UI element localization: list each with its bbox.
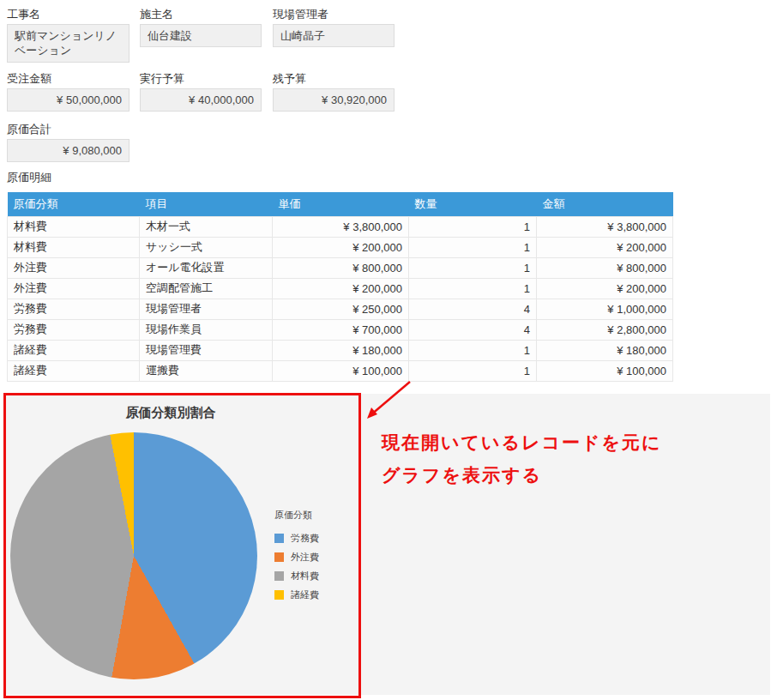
legend-item: 材料費 — [274, 570, 360, 582]
field-label: 原価合計 — [7, 122, 130, 136]
legend-item: 労務費 — [274, 532, 360, 545]
page: 工事名 駅前マンションリノベーション 施主名 仙台建設 現場管理者 山崎晶子 受… — [0, 0, 771, 700]
legend-item: 外注費 — [274, 551, 360, 564]
field-remaining-budget: 残予算 ¥ 30,920,000 — [273, 71, 395, 112]
annotation-note: 現在開いているレコードを元に グラフを表示する — [382, 426, 742, 492]
cell-unit-price: ¥ 3,800,000 — [273, 216, 409, 237]
total-cost-input[interactable]: ¥ 9,080,000 — [7, 139, 130, 162]
cell-item: 現場管理費 — [140, 340, 273, 360]
cell-amount: ¥ 200,000 — [537, 237, 673, 257]
table-row: 諸経費 運搬費 ¥ 100,000 1 ¥ 100,000 — [8, 360, 673, 381]
table-row: 諸経費 現場管理費 ¥ 180,000 1 ¥ 180,000 — [8, 340, 673, 360]
header-quantity: 数量 — [409, 192, 537, 216]
cell-unit-price: ¥ 200,000 — [273, 278, 409, 299]
cell-cost-category: 諸経費 — [8, 360, 140, 381]
legend-title: 原価分類 — [274, 509, 360, 522]
cell-item: 空調配管施工 — [140, 278, 273, 299]
legend-color-swatch — [274, 552, 284, 562]
cell-cost-category: 材料費 — [8, 216, 140, 237]
legend-label: 外注費 — [291, 551, 319, 564]
cell-quantity: 4 — [409, 299, 537, 319]
cell-quantity: 1 — [409, 360, 537, 381]
cell-amount: ¥ 2,800,000 — [537, 319, 673, 340]
field-construction-name: 工事名 駅前マンションリノベーション — [7, 7, 130, 63]
cell-item: 運搬費 — [140, 360, 273, 381]
legend-item: 諸経費 — [274, 588, 360, 601]
cell-quantity: 1 — [409, 237, 537, 257]
cell-unit-price: ¥ 200,000 — [273, 237, 409, 257]
table-row: 外注費 空調配管施工 ¥ 200,000 1 ¥ 200,000 — [8, 278, 673, 299]
header-amount: 金額 — [537, 192, 673, 216]
pie-chart-title: 原価分類別割合 — [3, 405, 338, 421]
field-label: 残予算 — [273, 71, 395, 85]
legend-label: 諸経費 — [291, 588, 319, 601]
cell-unit-price: ¥ 250,000 — [273, 299, 409, 319]
legend-label: 労務費 — [291, 532, 319, 545]
cell-quantity: 1 — [409, 257, 537, 278]
field-label: 実行予算 — [140, 71, 262, 85]
construction-name-input[interactable]: 駅前マンションリノベーション — [7, 24, 130, 63]
client-name-input[interactable]: 仙台建設 — [140, 24, 262, 47]
table-row: 労務費 現場作業員 ¥ 700,000 4 ¥ 2,800,000 — [8, 319, 673, 340]
table-header-row: 原価分類 項目 単価 数量 金額 — [8, 192, 673, 216]
field-label: 受注金額 — [7, 71, 130, 85]
order-amount-input[interactable]: ¥ 50,000,000 — [7, 88, 130, 112]
site-manager-input[interactable]: 山崎晶子 — [273, 24, 395, 47]
cell-item: 現場作業員 — [140, 319, 273, 340]
field-label: 工事名 — [7, 7, 130, 21]
annotation-line-2: グラフを表示する — [382, 459, 742, 492]
header-unit-price: 単価 — [273, 192, 409, 216]
field-site-manager: 現場管理者 山崎晶子 — [273, 7, 395, 47]
table-row: 外注費 オール電化設置 ¥ 800,000 1 ¥ 800,000 — [8, 257, 673, 278]
annotation-line-1: 現在開いているレコードを元に — [382, 426, 742, 459]
legend-color-swatch — [274, 534, 284, 543]
cell-amount: ¥ 100,000 — [537, 360, 673, 381]
cell-item: サッシ一式 — [140, 237, 273, 257]
field-client-name: 施主名 仙台建設 — [140, 7, 262, 47]
field-total-cost: 原価合計 ¥ 9,080,000 — [7, 122, 130, 162]
field-order-amount: 受注金額 ¥ 50,000,000 — [7, 71, 130, 112]
remaining-budget-input[interactable]: ¥ 30,920,000 — [273, 88, 395, 112]
cell-unit-price: ¥ 700,000 — [273, 319, 409, 340]
cell-amount: ¥ 200,000 — [537, 278, 673, 299]
table-row: 材料費 サッシ一式 ¥ 200,000 1 ¥ 200,000 — [8, 237, 673, 257]
cell-cost-category: 外注費 — [8, 257, 140, 278]
cell-amount: ¥ 800,000 — [537, 257, 673, 278]
cell-unit-price: ¥ 180,000 — [273, 340, 409, 360]
cell-cost-category: 諸経費 — [8, 340, 140, 360]
cell-item: 木材一式 — [140, 216, 273, 237]
legend-color-swatch — [274, 590, 284, 600]
field-label: 現場管理者 — [273, 7, 395, 21]
cell-item: オール電化設置 — [140, 257, 273, 278]
legend-label: 材料費 — [291, 570, 319, 582]
execution-budget-input[interactable]: ¥ 40,000,000 — [140, 88, 262, 112]
table-row: 材料費 木材一式 ¥ 3,800,000 1 ¥ 3,800,000 — [8, 216, 673, 237]
cell-amount: ¥ 3,800,000 — [537, 216, 673, 237]
cell-quantity: 1 — [409, 216, 537, 237]
cell-cost-category: 外注費 — [8, 278, 140, 299]
cell-cost-category: 労務費 — [8, 319, 140, 340]
cell-item: 現場管理者 — [140, 299, 273, 319]
cost-detail-section-label: 原価明細 — [7, 170, 51, 185]
cell-quantity: 1 — [409, 340, 537, 360]
header-item: 項目 — [140, 192, 273, 216]
legend-color-swatch — [274, 571, 284, 581]
cell-quantity: 4 — [409, 319, 537, 340]
cell-amount: ¥ 180,000 — [537, 340, 673, 360]
cell-unit-price: ¥ 800,000 — [273, 257, 409, 278]
cell-quantity: 1 — [409, 278, 537, 299]
cost-detail-table: 原価分類 項目 単価 数量 金額 材料費 木材一式 ¥ 3,800,000 1 … — [7, 192, 673, 382]
cell-cost-category: 労務費 — [8, 299, 140, 319]
chart-region: 原価分類別割合 原価分類 労務費 外注費 材料費 諸経費 現在開いているレコード… — [3, 394, 770, 695]
cell-amount: ¥ 1,000,000 — [537, 299, 673, 319]
chart-legend: 原価分類 労務費 外注費 材料費 諸経費 — [274, 509, 360, 607]
cell-cost-category: 材料費 — [8, 237, 140, 257]
header-cost-category: 原価分類 — [8, 192, 140, 216]
arrow-icon — [360, 377, 420, 423]
field-label: 施主名 — [140, 7, 262, 21]
pie-chart — [10, 432, 257, 679]
field-execution-budget: 実行予算 ¥ 40,000,000 — [140, 71, 262, 112]
table-row: 労務費 現場管理者 ¥ 250,000 4 ¥ 1,000,000 — [8, 299, 673, 319]
